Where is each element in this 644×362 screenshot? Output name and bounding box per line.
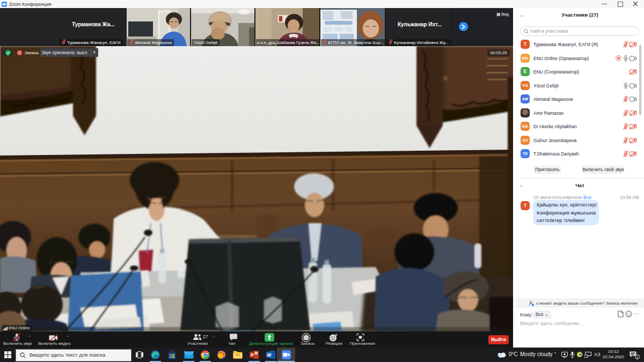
svg-text:W: W xyxy=(267,352,272,358)
svg-text:P: P xyxy=(251,352,254,358)
